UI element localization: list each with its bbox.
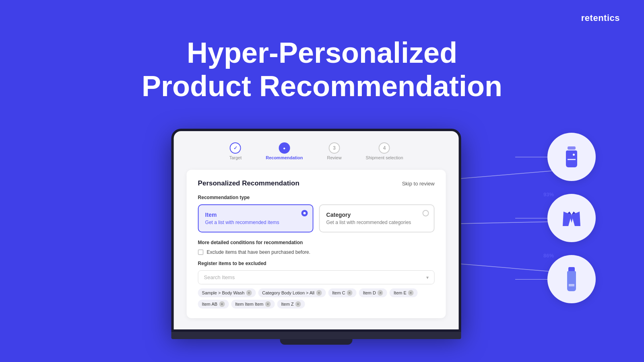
deodorant-icon bbox=[566, 146, 577, 167]
step-circle-recommendation: ● bbox=[279, 142, 290, 154]
tag-label: Item C bbox=[332, 290, 345, 295]
exclude-checkbox[interactable] bbox=[198, 249, 204, 255]
step-label-shipment: Shipment selection bbox=[366, 155, 403, 160]
laptop-container: ✓ Target ● Recommendation 3 Review 4 Shi… bbox=[171, 129, 461, 345]
tube-cap bbox=[568, 267, 575, 271]
conditions-section: More detailed conditions for recommendat… bbox=[198, 240, 435, 255]
wizard-step-review[interactable]: 3 Review bbox=[327, 142, 342, 160]
tag-item-ab[interactable]: Item AB ✕ bbox=[198, 300, 229, 309]
laptop-screen: ✓ Target ● Recommendation 3 Review 4 Shi… bbox=[171, 129, 461, 332]
deodorant-cap bbox=[568, 146, 576, 150]
tube-body bbox=[567, 271, 576, 291]
skip-to-review-link[interactable]: Skip to review bbox=[402, 181, 435, 187]
header: retentics bbox=[581, 13, 620, 23]
wizard-steps: ✓ Target ● Recommendation 3 Review 4 Shi… bbox=[187, 142, 446, 160]
laptop-stand bbox=[280, 339, 353, 345]
brand-logo: retentics bbox=[581, 13, 620, 23]
hero-title: Hyper-Personalized Product Recommendatio… bbox=[142, 36, 502, 103]
tag-remove-icon[interactable]: ✕ bbox=[265, 301, 270, 307]
wizard-step-recommendation[interactable]: ● Recommendation bbox=[266, 142, 303, 160]
rec-item-desc: Get a list with recommended items bbox=[205, 220, 306, 225]
card-header: Personalized Recommendation Skip to revi… bbox=[198, 179, 435, 187]
product-circles: 93% 86% bbox=[547, 133, 596, 303]
step-label-target: Target bbox=[229, 155, 242, 160]
main-card: Personalized Recommendation Skip to revi… bbox=[187, 170, 446, 318]
tag-sample-body-wash[interactable]: Sample > Body Wash ✕ bbox=[198, 288, 256, 297]
laptop-base bbox=[171, 332, 461, 339]
register-label: Register items to be excluded bbox=[198, 261, 435, 266]
tag-label: Item E bbox=[394, 290, 407, 295]
rec-option-item[interactable]: Item Get a list with recommended items bbox=[198, 204, 314, 232]
conditions-label: More detailed conditions for recommendat… bbox=[198, 240, 435, 245]
rec-category-desc: Get a list with recommended categories bbox=[326, 220, 427, 225]
tag-remove-icon[interactable]: ✕ bbox=[246, 290, 252, 296]
rec-type-label: Recommendation type bbox=[198, 195, 435, 200]
rec-radio-item bbox=[301, 210, 308, 216]
tag-label: Category Body Lotion > All bbox=[262, 290, 314, 295]
hero-line2: Product Recommendation bbox=[142, 70, 502, 103]
tube-percentage: 86% bbox=[543, 253, 554, 259]
rec-category-name: Category bbox=[326, 212, 427, 218]
tag-label: Item AB bbox=[202, 302, 218, 306]
screen-inner: ✓ Target ● Recommendation 3 Review 4 Shi… bbox=[174, 131, 459, 329]
tag-label: Item Item Item bbox=[235, 302, 263, 306]
wizard-step-shipment[interactable]: 4 Shipment selection bbox=[366, 142, 403, 160]
step-circle-target: ✓ bbox=[230, 142, 241, 154]
tag-item-e[interactable]: Item E ✕ bbox=[390, 288, 418, 297]
tag-item-c[interactable]: Item C ✕ bbox=[328, 288, 356, 297]
tag-item-d[interactable]: Item D ✕ bbox=[359, 288, 387, 297]
tag-category-body-lotion[interactable]: Category Body Lotion > All ✕ bbox=[258, 288, 326, 297]
rec-option-category[interactable]: Category Get a list with recommended cat… bbox=[319, 204, 435, 232]
product-circle-deodorant bbox=[547, 133, 596, 181]
deodorant-line bbox=[568, 159, 576, 160]
product-circle-tube: 86% bbox=[547, 255, 596, 303]
step-label-recommendation: Recommendation bbox=[266, 155, 303, 160]
tag-remove-icon[interactable]: ✕ bbox=[408, 290, 414, 296]
step-circle-review: 3 bbox=[329, 142, 340, 154]
hero-line1: Hyper-Personalized bbox=[142, 36, 502, 70]
tag-remove-icon[interactable]: ✕ bbox=[378, 290, 383, 296]
register-section: Register items to be excluded Search Ite… bbox=[198, 261, 435, 309]
exclude-label: Exclude items that have been purchased b… bbox=[207, 249, 311, 255]
tag-remove-icon[interactable]: ✕ bbox=[316, 290, 322, 296]
search-placeholder: Search Items bbox=[204, 274, 235, 280]
wizard-step-target[interactable]: ✓ Target bbox=[229, 142, 242, 160]
tube-stripe bbox=[569, 284, 574, 286]
product-circle-suit: 93% bbox=[547, 194, 596, 242]
suit-icon bbox=[559, 206, 584, 230]
search-items-input[interactable]: Search Items ▾ bbox=[198, 270, 435, 284]
step-circle-shipment: 4 bbox=[379, 142, 390, 154]
tag-remove-icon[interactable]: ✕ bbox=[295, 301, 301, 307]
recommendation-type-options: Item Get a list with recommended items C… bbox=[198, 204, 435, 232]
tag-remove-icon[interactable]: ✕ bbox=[347, 290, 353, 296]
suit-percentage: 93% bbox=[543, 191, 554, 197]
excluded-items-tags: Sample > Body Wash ✕ Category Body Lotio… bbox=[198, 288, 435, 309]
exclude-checkbox-row[interactable]: Exclude items that have been purchased b… bbox=[198, 249, 435, 255]
deodorant-dot bbox=[573, 154, 575, 156]
tag-item-z[interactable]: Item Z ✕ bbox=[277, 300, 305, 309]
tag-label: Item D bbox=[363, 290, 376, 295]
chevron-down-icon: ▾ bbox=[426, 275, 429, 280]
deodorant-body bbox=[566, 150, 577, 167]
tag-remove-icon[interactable]: ✕ bbox=[219, 301, 225, 307]
rec-item-name: Item bbox=[205, 212, 306, 218]
rec-radio-category bbox=[423, 210, 429, 216]
step-label-review: Review bbox=[327, 155, 342, 160]
tube-icon bbox=[567, 267, 576, 291]
card-title: Personalized Recommendation bbox=[198, 179, 299, 187]
tag-label: Item Z bbox=[281, 302, 293, 306]
tag-item-item-item[interactable]: Item Item Item ✕ bbox=[231, 300, 275, 309]
tag-label: Sample > Body Wash bbox=[202, 290, 245, 295]
